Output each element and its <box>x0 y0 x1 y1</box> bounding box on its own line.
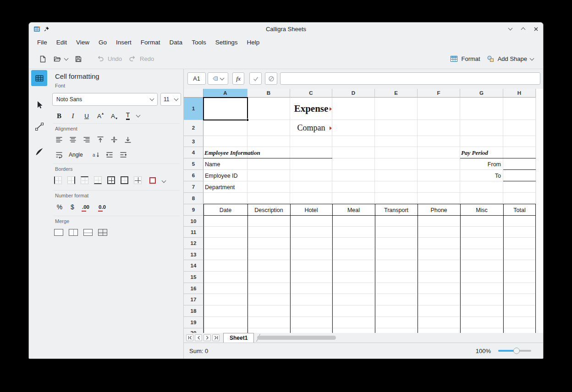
cell-B12[interactable] <box>248 238 290 249</box>
cell-C6[interactable] <box>290 170 332 181</box>
row-header-5[interactable]: 5 <box>184 158 204 170</box>
cell-H14[interactable] <box>503 260 536 272</box>
cell-C13[interactable] <box>290 249 332 260</box>
cell-H5[interactable] <box>503 158 536 170</box>
cell-H4[interactable] <box>503 147 536 158</box>
cell-D10[interactable] <box>332 216 375 227</box>
cell-D1[interactable] <box>332 98 375 120</box>
horizontal-scrollbar-thumb[interactable] <box>257 336 336 340</box>
cell-H18[interactable] <box>503 305 536 317</box>
cell-G1[interactable] <box>460 98 503 120</box>
cell-C12[interactable] <box>290 238 332 249</box>
cell-B7[interactable] <box>248 181 290 193</box>
cell-E20[interactable] <box>375 328 418 333</box>
row-header-4[interactable]: 4 <box>184 147 204 158</box>
cell-H6[interactable] <box>503 170 536 181</box>
zoom-slider-thumb[interactable] <box>513 348 520 354</box>
cell-C7[interactable] <box>290 181 332 193</box>
shape-select-tool-button[interactable] <box>31 97 47 113</box>
redo-button[interactable]: Redo <box>125 53 157 65</box>
cell-D15[interactable] <box>332 272 375 283</box>
menu-data[interactable]: Data <box>165 37 187 48</box>
cell-D5[interactable] <box>332 158 375 170</box>
cell-A15[interactable] <box>204 272 248 283</box>
row-header-12[interactable]: 12 <box>184 238 204 249</box>
grid[interactable]: ABCDEFGH1234567891011121314151617181920E… <box>184 89 536 333</box>
cell-H7[interactable] <box>503 181 536 193</box>
open-document-button[interactable] <box>50 53 71 65</box>
titlebar[interactable]: Calligra Sheets <box>29 22 543 35</box>
cell-D9[interactable] <box>332 204 375 216</box>
cell-E4[interactable] <box>375 147 418 158</box>
menu-insert[interactable]: Insert <box>111 37 136 48</box>
cell-E3[interactable] <box>375 136 418 147</box>
superscript-button[interactable]: A▴ <box>94 110 106 121</box>
cell-E7[interactable] <box>375 181 418 193</box>
border-color-swatch[interactable] <box>149 177 156 184</box>
last-sheet-button[interactable] <box>212 334 220 341</box>
first-sheet-button[interactable] <box>186 334 193 341</box>
cell-D3[interactable] <box>332 136 375 147</box>
select-all-corner[interactable] <box>184 89 204 98</box>
cell-A13[interactable] <box>204 249 248 260</box>
currency-format-button[interactable]: $ <box>68 201 77 212</box>
function-button[interactable]: fx <box>232 72 244 85</box>
cell-F6[interactable] <box>418 170 460 181</box>
cell-C5[interactable] <box>290 158 332 170</box>
cell-E9[interactable] <box>375 204 418 216</box>
cell-reference-box[interactable]: A1 <box>187 72 206 85</box>
column-header-D[interactable]: D <box>332 89 375 98</box>
cell-E11[interactable] <box>375 227 418 238</box>
cell-C20[interactable] <box>290 328 332 333</box>
cell-E1[interactable] <box>375 98 418 120</box>
cell-H11[interactable] <box>503 227 536 238</box>
row-header-10[interactable]: 10 <box>184 216 204 227</box>
cell-C18[interactable] <box>290 305 332 317</box>
cell-H17[interactable] <box>503 294 536 305</box>
cell-A4[interactable] <box>204 147 248 158</box>
close-icon[interactable] <box>533 26 539 32</box>
cell-C1[interactable] <box>290 98 332 120</box>
cell-B9[interactable] <box>248 204 290 216</box>
cell-A9[interactable] <box>204 204 248 216</box>
cell-D18[interactable] <box>332 305 375 317</box>
cell-A2[interactable] <box>204 120 248 136</box>
font-size-select[interactable]: 11 <box>160 93 181 106</box>
cell-F19[interactable] <box>418 317 460 328</box>
cell-D8[interactable] <box>332 193 375 204</box>
cell-A14[interactable] <box>204 260 248 272</box>
maximize-icon[interactable] <box>520 26 526 32</box>
align-bottom-button[interactable] <box>122 135 134 145</box>
cell-C11[interactable] <box>290 227 332 238</box>
cell-E15[interactable] <box>375 272 418 283</box>
cell-D7[interactable] <box>332 181 375 193</box>
cell-H3[interactable] <box>503 136 536 147</box>
cell-A12[interactable] <box>204 238 248 249</box>
row-header-8[interactable]: 8 <box>184 193 204 204</box>
cell-F11[interactable] <box>418 227 460 238</box>
cell-A5[interactable] <box>204 158 248 170</box>
cell-A18[interactable] <box>204 305 248 317</box>
percent-format-button[interactable]: % <box>54 201 65 212</box>
cancel-button[interactable] <box>265 72 277 85</box>
font-color-dropdown[interactable] <box>134 110 142 121</box>
align-left-button[interactable] <box>53 135 65 145</box>
cell-A16[interactable] <box>204 283 248 294</box>
cell-B5[interactable] <box>248 158 290 170</box>
cell-G13[interactable] <box>460 249 503 260</box>
cell-D19[interactable] <box>332 317 375 328</box>
cell-F16[interactable] <box>418 283 460 294</box>
merge-horizontal-button[interactable] <box>69 229 78 236</box>
row-header-11[interactable]: 11 <box>184 227 204 238</box>
border-inner-button[interactable] <box>134 176 142 184</box>
cell-A8[interactable] <box>204 193 248 204</box>
cell-H13[interactable] <box>503 249 536 260</box>
cell-A17[interactable] <box>204 294 248 305</box>
cell-C10[interactable] <box>290 216 332 227</box>
border-options-dropdown[interactable] <box>160 176 168 186</box>
add-shape-button[interactable]: Add Shape <box>484 53 537 65</box>
next-sheet-button[interactable] <box>204 334 211 341</box>
cell-A10[interactable] <box>204 216 248 227</box>
cell-G9[interactable] <box>460 204 503 216</box>
cell-G2[interactable] <box>460 120 503 136</box>
